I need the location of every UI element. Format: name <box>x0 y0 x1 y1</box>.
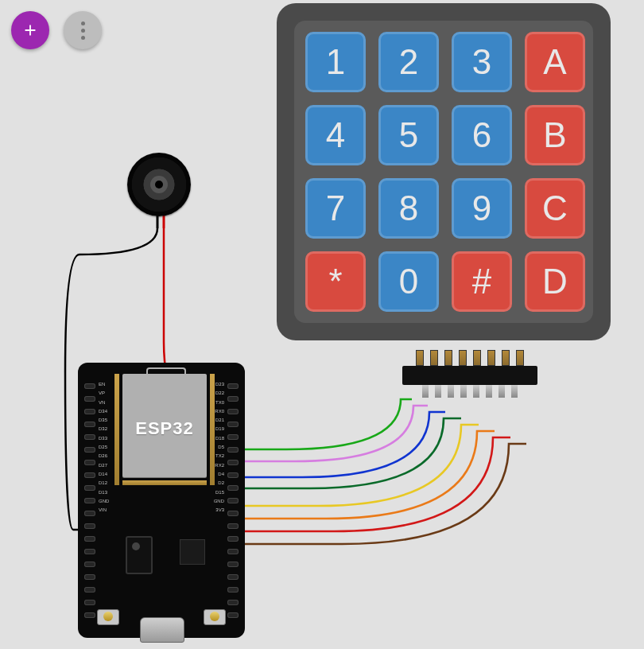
keypad-key-7[interactable]: 7 <box>305 178 366 239</box>
pin-label: D26 <box>99 453 109 458</box>
pin-label: D18 <box>214 436 224 441</box>
keypad-key-0[interactable]: 0 <box>378 251 439 312</box>
pin-label: D14 <box>99 472 109 476</box>
keypad-key-*[interactable]: * <box>305 251 366 312</box>
pin-label: D19 <box>214 426 224 431</box>
pin-label: EN <box>99 382 109 387</box>
voltage-regulator <box>126 536 153 574</box>
keypad-key-4[interactable]: 4 <box>305 105 366 165</box>
pin-label: D5 <box>214 445 224 449</box>
micro-usb-port <box>140 617 184 643</box>
keypad-key-2[interactable]: 2 <box>378 32 439 92</box>
keypad-key-D[interactable]: D <box>525 251 585 312</box>
keypad-key-A[interactable]: A <box>525 32 585 92</box>
pin-label: D22 <box>214 391 224 395</box>
pin-label: TX2 <box>214 453 224 458</box>
usb-chip <box>180 539 205 565</box>
keypad-key-1[interactable]: 1 <box>305 32 366 92</box>
keypad-key-C[interactable]: C <box>525 178 585 239</box>
pin-label: D4 <box>214 472 224 476</box>
pin-label: GND <box>214 499 224 503</box>
pin-label: D27 <box>99 463 109 468</box>
pin-label: D15 <box>214 490 224 495</box>
pin-label: VIN <box>99 507 109 512</box>
keypad-key-B[interactable]: B <box>525 105 585 165</box>
pin-label: D23 <box>214 382 224 387</box>
pin-label: RX0 <box>214 409 224 414</box>
pin-label: D21 <box>214 418 224 422</box>
pin-label: D35 <box>99 418 109 422</box>
pin-label: D33 <box>99 436 109 441</box>
pin-label: D12 <box>99 480 109 485</box>
pin-label: VP <box>99 391 109 395</box>
pin-label: 3V3 <box>214 507 224 512</box>
pin-label: D2 <box>214 480 224 485</box>
keypad-key-3[interactable]: 3 <box>452 32 512 92</box>
en-button[interactable] <box>97 609 119 625</box>
mcu-label: ESP32 <box>122 418 207 439</box>
keypad-key-6[interactable]: 6 <box>452 105 512 165</box>
esp32-shield: ESP32 <box>122 374 207 477</box>
pin-label: D32 <box>99 426 109 431</box>
add-button[interactable] <box>11 11 49 49</box>
keypad-key-8[interactable]: 8 <box>378 178 439 239</box>
plus-icon <box>21 21 39 39</box>
keypad-key-9[interactable]: 9 <box>452 178 512 239</box>
pin-label: D25 <box>99 445 109 449</box>
pin-label: RX2 <box>214 463 224 468</box>
circuit-diagram: 123A456B789C*0#D ENVPVND34D35D32D33D25D2… <box>0 0 644 649</box>
pin-label: GND <box>99 499 109 503</box>
keypad-key-5[interactable]: 5 <box>378 105 439 165</box>
more-button[interactable] <box>64 11 102 49</box>
keypad-key-#[interactable]: # <box>452 251 512 312</box>
buzzer <box>127 153 191 216</box>
keypad-connector <box>402 350 537 406</box>
pin-label: TX0 <box>214 400 224 405</box>
pin-label: VN <box>99 400 109 405</box>
more-icon <box>81 20 85 41</box>
keypad-4x4: 123A456B789C*0#D <box>277 3 611 340</box>
esp32-devkit: ENVPVND34D35D32D33D25D26D27D14D12D13GNDV… <box>78 363 245 638</box>
pin-label: D34 <box>99 409 109 414</box>
boot-button[interactable] <box>204 609 226 625</box>
pin-label: D13 <box>99 490 109 495</box>
